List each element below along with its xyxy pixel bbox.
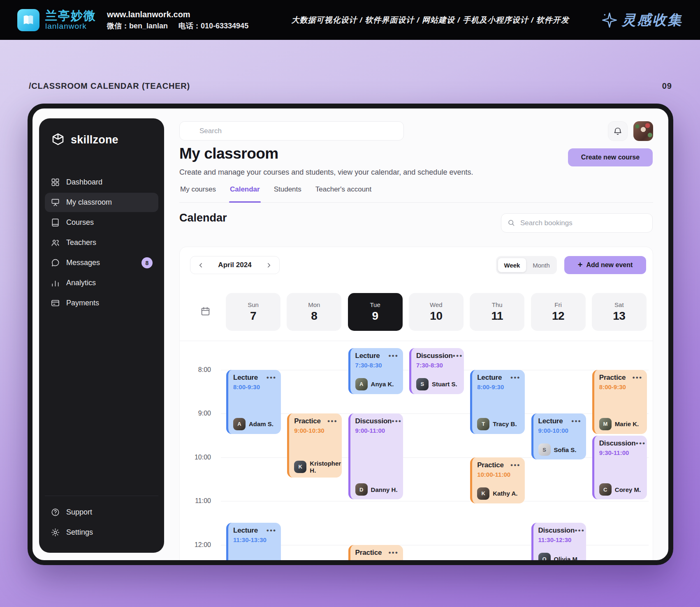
user-avatar[interactable] xyxy=(633,121,653,141)
sidebar-item-label: Courses xyxy=(66,218,94,227)
event-discussion-11-30-12-30[interactable]: Discussion●●●11:30-12:30OOlivia M. xyxy=(531,523,586,565)
avatar: O xyxy=(538,553,551,565)
event-practice-8-00-9-30[interactable]: Practice●●●8:00-9:30MMarie K. xyxy=(592,370,647,434)
event-lecture-7-30-8-30[interactable]: Lecture●●●7:30-8:30AAnya K. xyxy=(348,348,403,394)
event-practice-10-00-11-00[interactable]: Practice●●●10:00-11:00KKathy A. xyxy=(470,457,525,503)
avatar: S xyxy=(538,443,551,456)
event-title: Lecture xyxy=(233,526,258,535)
search-bookings xyxy=(501,213,653,233)
event-title: Lecture xyxy=(477,374,502,382)
event-time: 10:00-11:00 xyxy=(477,471,520,478)
time-label: 9:00 xyxy=(183,410,211,417)
ellipsis-icon[interactable]: ●●● xyxy=(267,374,276,380)
event-person: TTracy B. xyxy=(477,418,520,430)
chevron-left-icon[interactable] xyxy=(196,261,205,270)
grid-line xyxy=(221,413,649,414)
event-lecture-11-30-13-30[interactable]: Lecture●●●11:30-13:30 xyxy=(226,523,281,565)
brand: skillzone xyxy=(45,132,158,147)
sidebar-item-analytics[interactable]: Analytics xyxy=(45,273,158,293)
day-cell-wed[interactable]: Wed10 xyxy=(409,293,464,331)
event-title: Practice xyxy=(294,417,321,425)
sidebar-item-dashboard[interactable]: Dashboard xyxy=(45,173,158,192)
avatar: S xyxy=(416,378,429,390)
ellipsis-icon[interactable]: ●●● xyxy=(392,417,401,424)
ellipsis-icon[interactable]: ●●● xyxy=(632,374,642,380)
event-practice-9-00-10-30[interactable]: Practice●●●9:00-10:30KKristopher H. xyxy=(287,413,342,478)
sidebar-item-label: Teachers xyxy=(66,238,96,247)
avatar: C xyxy=(599,483,612,496)
toggle-month[interactable]: Month xyxy=(527,258,555,272)
event-lecture-8-00-9-30[interactable]: Lecture●●●8:00-9:30AAdam S. xyxy=(226,370,281,434)
sidebar-item-label: Analytics xyxy=(66,279,96,287)
event-discussion-9-00-11-00[interactable]: Discussion●●●9:00-11:00DDanny H. xyxy=(348,413,403,499)
day-cell-mon[interactable]: Mon8 xyxy=(287,293,341,331)
person-name: Olivia M. xyxy=(554,556,579,563)
ellipsis-icon[interactable]: ●●● xyxy=(510,374,520,380)
sidebar-item-support[interactable]: Support xyxy=(45,503,158,522)
ellipsis-icon[interactable]: ●●● xyxy=(575,526,584,533)
sidebar-item-payments[interactable]: Payments xyxy=(45,293,158,313)
day-number: 9 xyxy=(372,309,378,323)
event-time: 7:30-8:30 xyxy=(416,362,459,369)
day-name: Thu xyxy=(492,301,503,308)
event-title: Lecture xyxy=(233,374,258,382)
search-input[interactable] xyxy=(179,121,404,141)
event-person: SSofia S. xyxy=(538,443,582,456)
tab-calendar[interactable]: Calendar xyxy=(229,184,261,202)
person-name: Anya K. xyxy=(371,381,394,388)
support-icon xyxy=(51,508,60,517)
page-label: /CLASSROOM CALENDAR (TEACHER) xyxy=(29,81,190,91)
ellipsis-icon[interactable]: ●●● xyxy=(267,526,276,533)
time-label: 11:00 xyxy=(183,497,211,505)
sidebar: skillzone DashboardMy classroomCoursesTe… xyxy=(39,118,164,553)
lanlanwork-logo xyxy=(17,9,39,31)
banner-phone: 电话：010-63334945 xyxy=(178,22,248,30)
avatar: K xyxy=(294,461,306,473)
avatar: D xyxy=(355,483,368,496)
time-label: 10:00 xyxy=(183,454,211,461)
day-cell-sat[interactable]: Sat13 xyxy=(592,293,647,331)
add-new-event-button[interactable]: + Add new event xyxy=(564,256,646,274)
sidebar-item-teachers[interactable]: Teachers xyxy=(45,233,158,252)
event-discussion-7-30-8-30[interactable]: Discussion●●●7:30-8:30SStuart S. xyxy=(409,348,464,394)
event-person: AAnya K. xyxy=(355,378,399,390)
ellipsis-icon[interactable]: ●●● xyxy=(327,417,337,424)
event-person: MMarie K. xyxy=(599,418,642,430)
ellipsis-icon[interactable]: ●●● xyxy=(636,439,646,446)
banner-collect-logo: 灵感收集 xyxy=(601,11,683,30)
create-new-course-button[interactable]: Create new course xyxy=(568,148,653,166)
notifications-button[interactable] xyxy=(608,121,628,141)
sidebar-item-my-classroom[interactable]: My classroom xyxy=(45,193,158,212)
sidebar-item-label: Dashboard xyxy=(66,178,102,187)
day-name: Fri xyxy=(554,301,562,308)
day-cell-thu[interactable]: Thu11 xyxy=(470,293,524,331)
ellipsis-icon[interactable]: ●●● xyxy=(510,461,520,468)
toggle-week[interactable]: Week xyxy=(498,258,526,272)
search-bookings-input[interactable] xyxy=(501,213,653,233)
event-time: 9:00-10:00 xyxy=(538,427,582,434)
event-practice-12-00-13-00[interactable]: Practice●●●12:00-13:00 xyxy=(348,545,403,565)
tab-teacher-s-account[interactable]: Teacher's account xyxy=(315,184,373,202)
event-lecture-8-00-9-30[interactable]: Lecture●●●8:00-9:30TTracy B. xyxy=(470,370,525,434)
ellipsis-icon[interactable]: ●●● xyxy=(453,352,463,358)
tab-my-courses[interactable]: My courses xyxy=(179,184,217,202)
day-cell-sun[interactable]: Sun7 xyxy=(226,293,280,331)
event-lecture-9-00-10-00[interactable]: Lecture●●●9:00-10:00SSofia S. xyxy=(531,413,586,459)
day-name: Tue xyxy=(370,301,380,308)
ellipsis-icon[interactable]: ●●● xyxy=(571,417,581,424)
sidebar-item-messages[interactable]: Messages8 xyxy=(45,253,158,272)
ellipsis-icon[interactable]: ●●● xyxy=(388,352,398,358)
chevron-right-icon[interactable] xyxy=(264,261,274,270)
time-label: 8:00 xyxy=(183,366,211,374)
day-cell-fri[interactable]: Fri12 xyxy=(531,293,586,331)
event-discussion-9-30-11-00[interactable]: Discussion●●●9:30-11:00CCorey M. xyxy=(592,436,647,500)
day-cell-tue[interactable]: Tue9 xyxy=(348,293,403,331)
view-toggle: WeekMonth xyxy=(496,256,557,274)
banner-url: www.lanlanwork.com xyxy=(107,8,259,21)
sidebar-item-courses[interactable]: Courses xyxy=(45,213,158,232)
main-content: My classroom Create new course Create an… xyxy=(179,121,653,560)
ellipsis-icon[interactable]: ●●● xyxy=(388,549,398,555)
event-title: Practice xyxy=(477,461,504,469)
tab-students[interactable]: Students xyxy=(273,184,302,202)
sidebar-item-settings[interactable]: Settings xyxy=(45,523,158,542)
